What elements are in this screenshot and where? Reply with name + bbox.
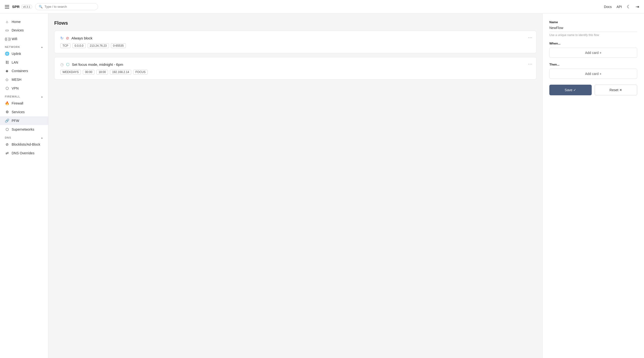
brand-name: SPR (12, 4, 20, 9)
repeat-icon: ↻ (60, 36, 64, 40)
api-link[interactable]: API (616, 5, 622, 9)
sidebar-item-lan[interactable]: ⛓ LAN (0, 58, 48, 66)
dark-mode-icon[interactable]: ☾ (627, 4, 631, 9)
topnav: SPR v0.3.1 🔍 Docs API ☾ ⇥ (0, 0, 644, 13)
sidebar-item-mesh[interactable]: ◇ MESH (0, 75, 48, 84)
name-field-label: Name (549, 20, 637, 24)
flow-card-header-1: ↻ ⊘ Always block (60, 36, 530, 40)
lan-icon: ⛓ (5, 60, 9, 64)
mesh-icon: ◇ (5, 77, 9, 82)
flow-tag: FOCUS (133, 70, 148, 74)
flow-tag: 18:00 (96, 70, 108, 74)
version-badge: v0.3.1 (21, 5, 32, 9)
sidebar-item-label: Wifi (12, 37, 17, 41)
docs-link[interactable]: Docs (604, 5, 612, 9)
sidebar-item-blocklists[interactable]: ⊘ Blocklists/Ad-Block (0, 140, 48, 149)
flow-tag: 00:00 (83, 70, 94, 74)
sidebar-item-label: PFW (12, 119, 19, 123)
services-icon: ⚙ (5, 110, 9, 114)
supernetworks-icon: ⬡ (5, 127, 9, 132)
sidebar-item-label: LAN (12, 60, 18, 64)
sidebar-item-label: Firewall (12, 101, 23, 105)
sidebar-item-label: Services (12, 110, 25, 114)
sidebar-item-pfw[interactable]: 🔗 PFW (0, 116, 48, 125)
sidebar-item-dns-overrides[interactable]: ⇄ DNS Overrides (0, 149, 48, 157)
flows-title: Flows (54, 20, 536, 26)
blocklists-icon: ⊘ (5, 142, 9, 147)
right-panel: Name NewFlow Use a unique name to identi… (542, 13, 644, 358)
flow-card-1: ↻ ⊘ Always block TCP 0.0.0.0 213.24.76.2… (54, 31, 536, 53)
hamburger-menu[interactable] (5, 5, 9, 8)
flow-menu-button-1[interactable]: ⋯ (528, 35, 532, 40)
flow-card-2: ◷ ⬡ Set focus mode, midnight - 6pm WEEKD… (54, 57, 536, 80)
layout: ⌂ Home ▭ Devices ((·)) Wifi NETWORK ▲ 🌐 … (0, 0, 644, 358)
flow-tag: TCP (60, 43, 70, 48)
sidebar: ⌂ Home ▭ Devices ((·)) Wifi NETWORK ▲ 🌐 … (0, 13, 48, 358)
section-header-dns: DNS ▲ (0, 134, 48, 140)
topnav-right: Docs API ☾ ⇥ (604, 4, 639, 9)
brand-logo: SPR v0.3.1 (12, 4, 32, 9)
flow-tag: 192.168.2.14 (110, 70, 131, 74)
devices-icon: ▭ (5, 28, 9, 32)
add-card-when-button[interactable]: Add card + (549, 48, 637, 58)
uplink-icon: 🌐 (5, 51, 9, 56)
sidebar-item-label: Home (12, 20, 20, 24)
block-icon: ⊘ (66, 36, 69, 40)
add-card-then-button[interactable]: Add card + (549, 69, 637, 79)
flow-name-1: Always block (72, 36, 92, 40)
sidebar-item-label: Supernetworks (12, 127, 34, 131)
section-header-firewall: FIREWALL ▲ (0, 93, 48, 99)
sidebar-item-label: Uplink (12, 52, 21, 56)
sidebar-item-supernetworks[interactable]: ⬡ Supernetworks (0, 125, 48, 134)
home-icon: ⌂ (5, 19, 9, 24)
sidebar-item-devices[interactable]: ▭ Devices (0, 26, 48, 34)
sidebar-item-label: VPN (12, 86, 19, 90)
firewall-icon: 🔥 (5, 101, 9, 105)
sidebar-item-label: Devices (12, 28, 24, 32)
sidebar-item-wifi[interactable]: ((·)) Wifi (0, 34, 48, 43)
containers-icon: ◈ (5, 69, 9, 73)
sidebar-item-label: Blocklists/Ad-Block (12, 142, 40, 146)
search-box[interactable]: 🔍 (35, 3, 98, 10)
sidebar-item-vpn[interactable]: ⬡ VPN (0, 84, 48, 93)
section-header-network: NETWORK ▲ (0, 43, 48, 49)
sidebar-item-services[interactable]: ⚙ Services (0, 108, 48, 116)
then-label: Then... (549, 63, 637, 66)
flow-tag: 213.24.76.23 (88, 43, 109, 48)
sidebar-item-firewall[interactable]: 🔥 Firewall (0, 99, 48, 108)
main-content: Flows ↻ ⊘ Always block TCP 0.0.0.0 213.2… (48, 13, 644, 358)
pfw-icon: 🔗 (5, 118, 9, 123)
sidebar-item-label: Containers (12, 69, 28, 73)
search-icon: 🔍 (39, 5, 42, 8)
action-buttons: Save ✓ Reset ✕ (549, 85, 637, 95)
flow-tags-2: WEEKDAYS 00:00 18:00 192.168.2.14 FOCUS (60, 70, 530, 74)
chevron-up-icon: ▲ (41, 46, 43, 48)
when-label: When... (549, 42, 637, 45)
flow-menu-button-2[interactable]: ⋯ (528, 61, 532, 66)
flow-tag: 0-65535 (111, 43, 126, 48)
sidebar-item-containers[interactable]: ◈ Containers (0, 66, 48, 75)
chevron-up-icon: ▲ (41, 136, 43, 139)
flow-card-header-2: ◷ ⬡ Set focus mode, midnight - 6pm (60, 62, 530, 67)
sidebar-item-label: MESH (12, 78, 21, 81)
flow-name-2: Set focus mode, midnight - 6pm (72, 62, 123, 66)
sidebar-item-home[interactable]: ⌂ Home (0, 17, 48, 26)
sidebar-item-label: DNS Overrides (12, 151, 34, 155)
dns-overrides-icon: ⇄ (5, 151, 9, 155)
flow-tags-1: TCP 0.0.0.0 213.24.76.23 0-65535 (60, 43, 530, 48)
search-input[interactable] (44, 5, 94, 8)
wifi-icon: ((·)) (5, 37, 9, 41)
tag-icon: ⬡ (66, 62, 70, 67)
save-button[interactable]: Save ✓ (549, 85, 592, 95)
vpn-icon: ⬡ (5, 86, 9, 90)
topnav-left: SPR v0.3.1 🔍 (5, 3, 98, 10)
reset-button[interactable]: Reset ✕ (594, 85, 638, 95)
clock-icon: ◷ (60, 62, 64, 67)
flow-tag: WEEKDAYS (60, 70, 81, 74)
flows-panel: Flows ↻ ⊘ Always block TCP 0.0.0.0 213.2… (48, 13, 542, 358)
logout-icon[interactable]: ⇥ (636, 4, 639, 9)
name-field-hint: Use a unique name to identify this flow (549, 33, 637, 37)
name-field-value: NewFlow (549, 26, 637, 32)
flow-tag: 0.0.0.0 (72, 43, 86, 48)
sidebar-item-uplink[interactable]: 🌐 Uplink (0, 49, 48, 58)
